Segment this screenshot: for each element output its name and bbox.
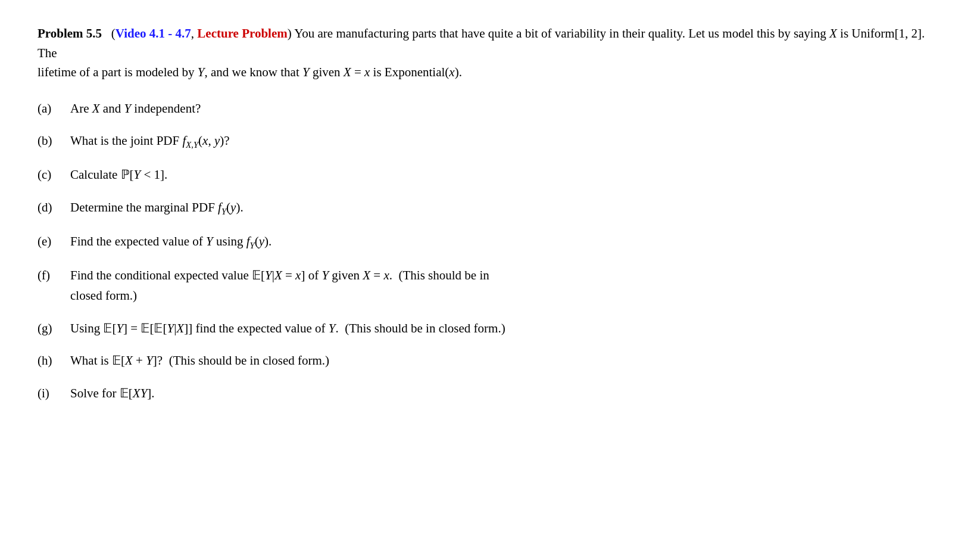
var-x2-f: x xyxy=(383,268,389,282)
lecture-reference: Lecture Problem xyxy=(197,26,287,41)
var-Y-c: Y xyxy=(134,167,141,182)
part-a: (a) Are X and Y independent? xyxy=(38,99,942,119)
part-h: (h) What is 𝔼[X + Y]? (This should be in… xyxy=(38,351,942,371)
arg-y-b: y xyxy=(214,133,220,148)
part-d-label: (d) xyxy=(38,198,70,217)
problem-intro: Problem 5.5 (Video 4.1 - 4.7, Lecture Pr… xyxy=(38,24,942,82)
sub-Y-e: Y xyxy=(250,241,255,250)
parts-list: (a) Are X and Y independent? (b) What is… xyxy=(38,99,942,403)
part-e: (e) Find the expected value of Y using f… xyxy=(38,232,942,253)
var-X-i: X xyxy=(133,386,141,400)
var-Y2-f: Y xyxy=(322,268,329,282)
var-Y-h: Y xyxy=(146,353,153,368)
arg-x-b: x xyxy=(202,133,208,148)
part-a-label: (a) xyxy=(38,99,70,119)
var-X-h: X xyxy=(125,353,133,368)
part-g: (g) Using 𝔼[Y] = 𝔼[𝔼[Y|X]] find the expe… xyxy=(38,319,942,338)
part-e-label: (e) xyxy=(38,232,70,251)
var-xarg-intro: x xyxy=(449,65,454,79)
part-i-content: Solve for 𝔼[XY]. xyxy=(70,384,942,403)
var-X-f: X xyxy=(274,268,282,282)
var-x-intro: x xyxy=(364,65,370,79)
part-f: (f) Find the conditional expected value … xyxy=(38,266,942,306)
var-X-intro: X xyxy=(829,26,837,41)
sub-Y-d: Y xyxy=(221,207,226,216)
var-Y2-g: Y xyxy=(167,321,174,335)
part-i-label: (i) xyxy=(38,384,70,403)
part-h-content: What is 𝔼[X + Y]? (This should be in clo… xyxy=(70,351,942,371)
part-d: (d) Determine the marginal PDF fY(y). xyxy=(38,198,942,219)
var-Y-intro: Y xyxy=(198,65,205,79)
var-X2-f: X xyxy=(363,268,370,282)
problem-container: Problem 5.5 (Video 4.1 - 4.7, Lecture Pr… xyxy=(38,24,942,403)
part-f-content: Find the conditional expected value 𝔼[Y|… xyxy=(70,266,942,306)
part-g-content: Using 𝔼[Y] = 𝔼[𝔼[Y|X]] find the expected… xyxy=(70,319,942,338)
var-Y-g: Y xyxy=(116,321,123,335)
var-Y-e: Y xyxy=(206,234,213,248)
part-h-label: (h) xyxy=(38,351,70,371)
part-c-label: (c) xyxy=(38,165,70,185)
problem-header: Problem 5.5 (Video 4.1 - 4.7, Lecture Pr… xyxy=(38,24,942,82)
var-Y-a: Y xyxy=(124,101,131,116)
part-b: (b) What is the joint PDF fX,Y(x, y)? xyxy=(38,131,942,152)
var-x-f: x xyxy=(295,268,301,282)
part-c-content: Calculate ℙ[Y < 1]. xyxy=(70,165,942,185)
var-X-g: X xyxy=(176,321,184,335)
var-Xx-intro: X xyxy=(344,65,351,79)
part-e-content: Find the expected value of Y using fY(y)… xyxy=(70,232,942,253)
part-d-content: Determine the marginal PDF fY(y). xyxy=(70,198,942,219)
part-i: (i) Solve for 𝔼[XY]. xyxy=(38,384,942,403)
part-b-content: What is the joint PDF fX,Y(x, y)? xyxy=(70,131,942,152)
sub-XY: X,Y xyxy=(186,140,198,150)
problem-label: Problem 5.5 xyxy=(38,26,102,41)
part-g-label: (g) xyxy=(38,319,70,338)
arg-y-e: y xyxy=(259,234,264,248)
video-reference: Video 4.1 - 4.7 xyxy=(116,26,191,41)
part-c: (c) Calculate ℙ[Y < 1]. xyxy=(38,165,942,185)
part-f-label: (f) xyxy=(38,266,70,285)
var-X-a: X xyxy=(92,101,100,116)
part-a-content: Are X and Y independent? xyxy=(70,99,942,119)
var-Y-f: Y xyxy=(265,268,272,282)
part-b-label: (b) xyxy=(38,131,70,151)
var-Y-i: Y xyxy=(141,386,148,400)
var-Y2-intro: Y xyxy=(302,65,310,79)
arg-y-d: y xyxy=(230,200,236,214)
var-Y3-g: Y xyxy=(329,321,336,335)
part-f-line2: closed form.) xyxy=(70,286,942,306)
